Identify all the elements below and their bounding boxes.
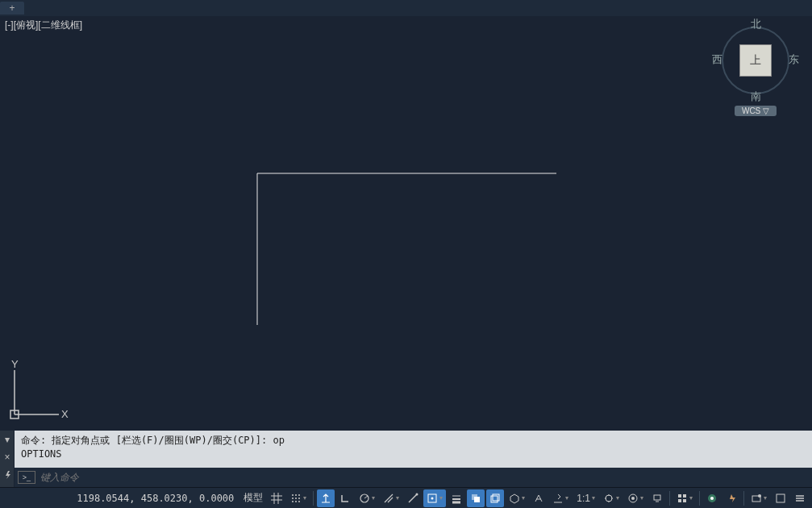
svg-text:Y: Y [11,358,19,370]
ortho-toggle[interactable] [336,489,354,507]
transparency-toggle[interactable] [467,489,485,507]
svg-rect-28 [678,499,681,502]
wcs-dropdown[interactable]: WCS ▽ [735,106,777,116]
command-recent-icon[interactable]: ▾ [0,431,15,448]
svg-point-7 [298,494,300,496]
command-close-icon[interactable]: × [0,448,15,466]
clean-screen-toggle[interactable] [772,489,789,507]
compass-south[interactable]: 南 [751,90,761,104]
svg-point-22 [606,495,612,502]
polar-toggle[interactable]: ▾ [356,489,378,507]
svg-point-10 [298,498,300,499]
svg-point-6 [295,494,297,496]
compass-north[interactable]: 北 [751,17,761,31]
coordinates-readout[interactable]: 1198.0544, 458.0230, 0.0000 [72,493,239,504]
svg-text:X: X [61,408,69,420]
command-history-line: OPTIONS [21,448,806,461]
dynamic-ucs-toggle[interactable] [530,489,548,507]
svg-point-33 [758,494,761,498]
grid-toggle[interactable] [268,489,285,507]
quick-properties-toggle[interactable] [703,489,721,507]
snap-toggle[interactable]: ▾ [287,489,310,507]
annotation-scale-button[interactable]: 1:1▾ [573,489,598,507]
command-prompt-icon[interactable]: >_ [18,471,35,484]
hardware-accel-toggle[interactable] [722,489,740,507]
svg-rect-25 [654,495,660,500]
compass-west[interactable]: 西 [712,52,722,67]
svg-point-12 [295,501,297,502]
isolate-objects-button[interactable]: ▾ [747,489,770,507]
osnap-tracking-toggle[interactable] [404,489,422,507]
svg-point-5 [292,494,294,496]
svg-point-11 [292,501,294,502]
viewcube-top-face[interactable]: 上 [739,44,772,77]
svg-rect-19 [474,497,480,502]
svg-rect-20 [491,496,498,502]
svg-point-15 [416,493,418,495]
command-history[interactable]: 命令: 指定对角点或 [栏选(F)/圈围(WP)/圈交(CP)]: op OPT… [15,431,812,468]
viewcube: 北 南 东 西 上 WCS ▽ [711,20,800,116]
tab-bar: + [0,0,812,16]
svg-rect-29 [683,499,686,502]
svg-rect-21 [493,494,499,501]
ucs-icon[interactable]: Y X [6,358,71,423]
compass-east[interactable]: 东 [789,52,799,67]
workspace-switching-button[interactable]: ▾ [624,489,647,507]
command-panel: ▾ × 命令: 指定对角点或 [栏选(F)/圈围(WP)/圈交(CP)]: op… [0,431,812,487]
command-customize-icon[interactable] [0,466,15,484]
annotation-visibility-toggle[interactable]: ▾ [600,489,623,507]
command-history-line: 命令: 指定对角点或 [栏选(F)/圈围(WP)/圈交(CP)]: op [21,434,806,448]
svg-point-8 [292,498,294,499]
model-space-button[interactable]: 模型 [240,489,266,507]
polyline-object[interactable] [257,173,556,325]
svg-rect-27 [683,494,686,498]
command-input-row: >_ [15,468,812,487]
svg-rect-34 [777,494,785,502]
viewcube-compass[interactable]: 北 南 东 西 上 [715,20,796,101]
svg-point-9 [295,498,297,499]
selection-filter-toggle[interactable]: ▾ [549,489,572,507]
svg-point-13 [298,501,300,502]
units-button[interactable]: ▾ [673,489,696,507]
selection-cycling-toggle[interactable] [486,489,504,507]
svg-rect-26 [678,494,681,498]
status-bar: 1198.0544, 458.0230, 0.0000 模型 ▾ ▾ ▾ ▾ ▾ [0,487,812,508]
svg-point-24 [631,497,635,500]
3d-osnap-toggle[interactable]: ▾ [506,489,528,507]
command-input[interactable] [40,472,809,483]
lineweight-toggle[interactable] [448,489,465,507]
new-tab-button[interactable]: + [0,2,24,15]
svg-point-17 [431,497,434,499]
osnap-toggle[interactable]: ▾ [423,489,446,507]
drawing-canvas[interactable]: Y X [0,32,812,431]
svg-point-31 [710,497,714,500]
isodraft-toggle[interactable]: ▾ [380,489,402,507]
customization-button[interactable] [791,489,809,507]
command-side-controls: ▾ × [0,431,15,487]
annotation-monitor-toggle[interactable] [648,489,666,507]
infer-constraints-toggle[interactable] [317,489,335,507]
